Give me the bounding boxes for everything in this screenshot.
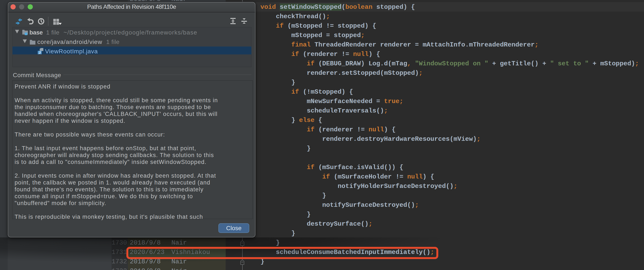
svg-text:J: J	[39, 50, 40, 54]
